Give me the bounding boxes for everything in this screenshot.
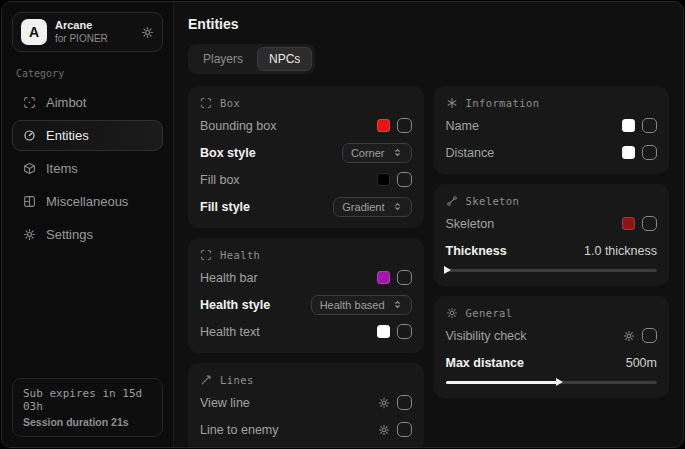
sidebar-item-label: Settings: [46, 227, 93, 242]
session-duration-text: Session duration 21s: [23, 416, 152, 428]
row-label: Distance: [446, 146, 495, 160]
sub-expires-text: Sub expires in 15d 03h: [23, 387, 152, 413]
asterisk-icon: [446, 97, 458, 109]
gear-icon[interactable]: [141, 26, 154, 39]
brand-subtitle: for PIONER: [55, 33, 133, 46]
color-swatch[interactable]: [377, 325, 390, 338]
row-controls: [378, 395, 412, 410]
checkbox[interactable]: [642, 216, 657, 231]
color-swatch[interactable]: [377, 173, 390, 186]
page-title: Entities: [188, 16, 669, 32]
checkbox[interactable]: [642, 118, 657, 133]
row-bounding-box: Bounding box: [200, 115, 412, 136]
sidebar-item-miscellaneous[interactable]: Miscellaneous: [12, 186, 163, 217]
row-controls: [377, 324, 412, 339]
information-card: Information Name Distance: [434, 86, 670, 174]
row-controls: [377, 172, 412, 187]
color-swatch[interactable]: [622, 119, 635, 132]
row-controls: [623, 328, 657, 343]
bone-icon: [446, 195, 458, 207]
row-fill-style: Fill style Gradient: [200, 196, 412, 217]
row-label: Thickness: [446, 244, 507, 258]
slider-thumb[interactable]: [444, 266, 451, 274]
brand-logo: A: [21, 19, 47, 45]
chevron-sort-icon: [392, 147, 403, 158]
tab-players[interactable]: Players: [191, 47, 255, 71]
skeleton-card-header: Skeleton: [446, 195, 658, 207]
max-distance-value: 500m: [626, 356, 657, 370]
brand-text: Arcane for PIONER: [55, 19, 133, 45]
row-label: Line to enemy: [200, 423, 279, 437]
health-card: Health Health bar Health style Health ba…: [188, 238, 424, 353]
row-label: Health bar: [200, 271, 258, 285]
health-style-dropdown[interactable]: Health based: [311, 295, 412, 315]
row-thickness: Thickness 1.0 thickness: [446, 240, 658, 261]
checkbox[interactable]: [397, 324, 412, 339]
fill-style-dropdown[interactable]: Gradient: [333, 197, 411, 217]
slider-fill: [446, 381, 558, 384]
row-name: Name: [446, 115, 658, 136]
row-label: View line: [200, 396, 250, 410]
box-card-header: Box: [200, 97, 412, 109]
gear-icon[interactable]: [378, 397, 390, 409]
checkbox[interactable]: [397, 422, 412, 437]
skeleton-card: Skeleton Skeleton Thickness 1.0 thicknes…: [434, 184, 670, 286]
gear-icon[interactable]: [623, 330, 635, 342]
checkbox[interactable]: [642, 145, 657, 160]
crosshair-scan-icon: [23, 96, 36, 109]
row-label: Health text: [200, 325, 260, 339]
row-controls: [377, 270, 412, 285]
gear-icon[interactable]: [378, 424, 390, 436]
box-style-dropdown[interactable]: Corner: [342, 143, 412, 163]
row-health-bar: Health bar: [200, 267, 412, 288]
color-swatch[interactable]: [377, 271, 390, 284]
lines-card-header: Lines: [200, 374, 412, 386]
tab-npcs[interactable]: NPCs: [257, 47, 312, 71]
sidebar-item-aimbot[interactable]: Aimbot: [12, 87, 163, 118]
checkbox[interactable]: [397, 395, 412, 410]
dropdown-value: Health based: [320, 299, 385, 311]
content-columns: Box Bounding box Box style Corner: [188, 86, 669, 447]
scan-brackets-icon: [200, 97, 212, 109]
checkbox[interactable]: [397, 118, 412, 133]
color-swatch[interactable]: [622, 217, 635, 230]
card-title: Information: [466, 97, 540, 109]
max-distance-slider[interactable]: [446, 378, 658, 387]
sidebar-item-label: Miscellaneous: [46, 194, 128, 209]
row-label: Fill box: [200, 173, 240, 187]
slider-thumb[interactable]: [556, 378, 563, 386]
row-box-style: Box style Corner: [200, 142, 412, 163]
row-view-line: View line: [200, 392, 412, 413]
scan-brackets-icon: [200, 249, 212, 261]
checkbox[interactable]: [397, 172, 412, 187]
sidebar-nav: Aimbot Entities Items Miscellaneous: [12, 87, 163, 250]
general-card: General Visibility check Max distance: [434, 296, 670, 398]
row-label: Box style: [200, 146, 256, 160]
cube-icon: [23, 162, 36, 175]
row-label: Skeleton: [446, 217, 495, 231]
color-swatch[interactable]: [622, 146, 635, 159]
row-controls: [377, 118, 412, 133]
layout-grid-icon: [23, 195, 36, 208]
row-label: Max distance: [446, 356, 525, 370]
row-label: Fill style: [200, 200, 250, 214]
sidebar-item-items[interactable]: Items: [12, 153, 163, 184]
card-title: Lines: [220, 374, 254, 386]
row-skeleton: Skeleton: [446, 213, 658, 234]
row-visibility-check: Visibility check: [446, 325, 658, 346]
chevron-sort-icon: [392, 299, 403, 310]
category-section-label: Category: [16, 68, 159, 79]
chevron-sort-icon: [392, 201, 403, 212]
color-swatch[interactable]: [377, 119, 390, 132]
sidebar-item-settings[interactable]: Settings: [12, 219, 163, 250]
row-label: Name: [446, 119, 479, 133]
card-title: Skeleton: [466, 195, 520, 207]
sidebar: A Arcane for PIONER Category Aimbot: [2, 2, 174, 447]
row-line-to-enemy: Line to enemy: [200, 419, 412, 440]
card-title: General: [466, 307, 513, 319]
thickness-slider[interactable]: [446, 266, 658, 275]
checkbox[interactable]: [642, 328, 657, 343]
checkbox[interactable]: [397, 270, 412, 285]
sidebar-item-entities[interactable]: Entities: [12, 120, 163, 151]
row-label: Bounding box: [200, 119, 276, 133]
